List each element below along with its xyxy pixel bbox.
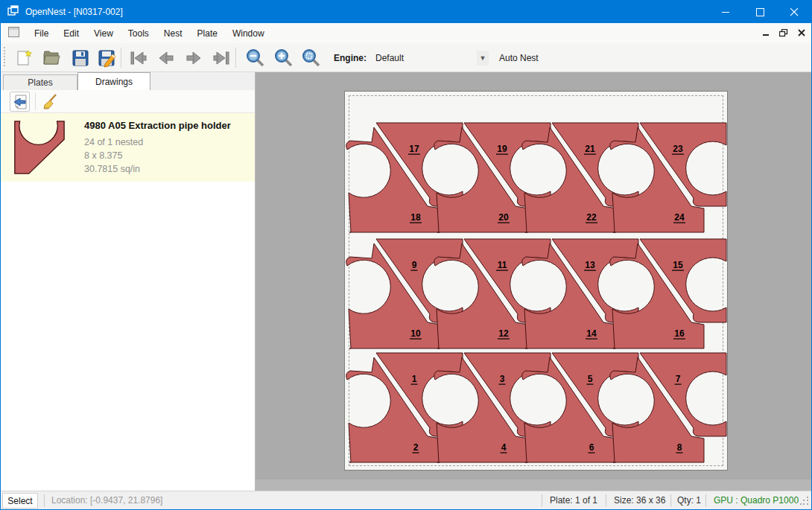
- part-number-underline: [411, 384, 418, 385]
- main-toolbar: Engine: Default ▼ Auto Nest: [1, 43, 811, 72]
- open-folder-icon: [42, 48, 63, 68]
- tab-drawings[interactable]: Drawings: [77, 72, 150, 90]
- window-title: OpenNest - [N0317-002]: [25, 7, 123, 17]
- part-number-label: 10: [410, 328, 421, 339]
- toolbar-separator: [121, 48, 121, 68]
- part-number-label: 13: [585, 260, 595, 270]
- menu-tools[interactable]: Tools: [121, 25, 156, 42]
- drawing-area: 30.7815 sq/in: [84, 162, 231, 176]
- part-number-label: 23: [673, 144, 683, 154]
- part-number-underline: [672, 154, 684, 155]
- save-button[interactable]: [68, 45, 92, 70]
- part-number-underline: [498, 339, 510, 340]
- title-bar: OpenNest - [N0317-002]: [1, 1, 811, 23]
- part-number-underline: [584, 154, 596, 155]
- resize-grip[interactable]: [800, 497, 810, 509]
- nest-canvas[interactable]: 171819202122232491011121314151612345678: [256, 72, 812, 491]
- toolbar-separator: [35, 93, 36, 110]
- part-number-underline: [673, 339, 685, 340]
- mdi-minimize-icon[interactable]: [759, 26, 773, 39]
- next-plate-button[interactable]: [181, 45, 206, 70]
- new-button[interactable]: [11, 45, 36, 70]
- document-icon[interactable]: [8, 27, 19, 39]
- side-panel: Plates Drawings 4980 A05 Extraction pipe…: [1, 72, 256, 491]
- part-number-label: 24: [674, 212, 685, 223]
- part-number-label: 18: [410, 212, 421, 223]
- part-number-underline: [672, 270, 684, 271]
- nested-parts-view: 171819202122232491011121314151612345678: [345, 92, 729, 471]
- minimize-button[interactable]: [708, 1, 743, 23]
- auto-nest-button[interactable]: Auto Nest: [499, 53, 539, 63]
- drawing-title: 4980 A05 Extraction pipe holder: [84, 120, 231, 131]
- part-number-underline: [586, 339, 597, 340]
- menu-nest[interactable]: Nest: [156, 25, 190, 42]
- toolbar-grip[interactable]: [3, 47, 6, 68]
- part-number-underline: [673, 223, 685, 223]
- zoom-in-button[interactable]: [271, 45, 296, 70]
- menu-plate[interactable]: Plate: [190, 25, 225, 42]
- plate[interactable]: 171819202122232491011121314151612345678: [344, 91, 728, 471]
- canvas-scroll-strip: [256, 479, 812, 491]
- part-number-underline: [410, 223, 422, 223]
- part-number-underline: [410, 339, 422, 340]
- engine-combobox[interactable]: Default ▼: [371, 49, 489, 67]
- part-number-label: 4: [501, 442, 507, 453]
- status-separator: [670, 494, 671, 507]
- last-plate-button[interactable]: [209, 45, 233, 70]
- part-number-underline: [496, 270, 508, 271]
- arrow-right-icon: [184, 50, 203, 66]
- part-number-underline: [589, 453, 595, 453]
- mdi-restore-icon[interactable]: [777, 26, 790, 39]
- new-file-icon: [14, 48, 34, 68]
- zoom-fit-button[interactable]: [299, 45, 323, 70]
- part-number-label: 11: [498, 260, 507, 270]
- part-number-label: 6: [589, 442, 594, 453]
- status-separator: [606, 494, 606, 507]
- drawings-toolbar: [1, 90, 255, 113]
- status-plate: Plate: 1 of 1: [550, 495, 597, 506]
- part-number-underline: [413, 453, 419, 453]
- clean-button[interactable]: [39, 92, 60, 112]
- part-number-underline: [586, 223, 597, 223]
- menu-view[interactable]: View: [86, 25, 121, 42]
- save-as-button[interactable]: [95, 45, 119, 70]
- drawing-nested-count: 24 of 1 nested: [84, 136, 231, 149]
- import-drawing-button[interactable]: [10, 92, 30, 112]
- status-mode: Select: [2, 493, 38, 509]
- menu-window[interactable]: Window: [225, 25, 272, 42]
- part-number-label: 20: [498, 212, 509, 223]
- menu-edit[interactable]: Edit: [56, 25, 86, 42]
- previous-plate-button[interactable]: [153, 45, 178, 70]
- zoom-in-icon: [273, 48, 294, 68]
- part-number-label: 22: [586, 212, 597, 223]
- part-number-underline: [584, 270, 596, 271]
- part-number-label: 5: [588, 374, 593, 384]
- mdi-close-icon[interactable]: [795, 26, 808, 39]
- part-number-underline: [675, 384, 682, 385]
- part-number-label: 7: [676, 374, 681, 384]
- tab-plates[interactable]: Plates: [3, 74, 77, 90]
- part-number-label: 2: [413, 442, 419, 453]
- part-number-label: 21: [585, 144, 595, 154]
- zoom-out-icon: [245, 48, 266, 68]
- app-icon: [7, 5, 19, 19]
- part-number-label: 8: [677, 442, 682, 453]
- first-plate-button[interactable]: [126, 45, 150, 70]
- go-last-icon: [212, 50, 231, 66]
- status-gpu: GPU : Quadro P1000: [714, 495, 799, 506]
- part-number-underline: [587, 384, 594, 385]
- chevron-down-icon[interactable]: ▼: [477, 51, 489, 66]
- part-number-underline: [676, 453, 683, 453]
- save-as-icon: [97, 48, 118, 68]
- open-button[interactable]: [39, 45, 64, 70]
- close-button[interactable]: [777, 1, 811, 23]
- part-number-label: 15: [673, 260, 683, 270]
- part-number-underline: [411, 270, 418, 271]
- menu-file[interactable]: File: [27, 25, 56, 42]
- maximize-button[interactable]: [743, 1, 777, 23]
- drawing-list-item[interactable]: 4980 A05 Extraction pipe holder 24 of 1 …: [1, 113, 255, 182]
- drawing-size: 8 x 8.375: [84, 149, 231, 162]
- arrow-left-icon: [156, 50, 176, 66]
- part-number-label: 9: [412, 260, 417, 270]
- zoom-out-button[interactable]: [243, 45, 267, 70]
